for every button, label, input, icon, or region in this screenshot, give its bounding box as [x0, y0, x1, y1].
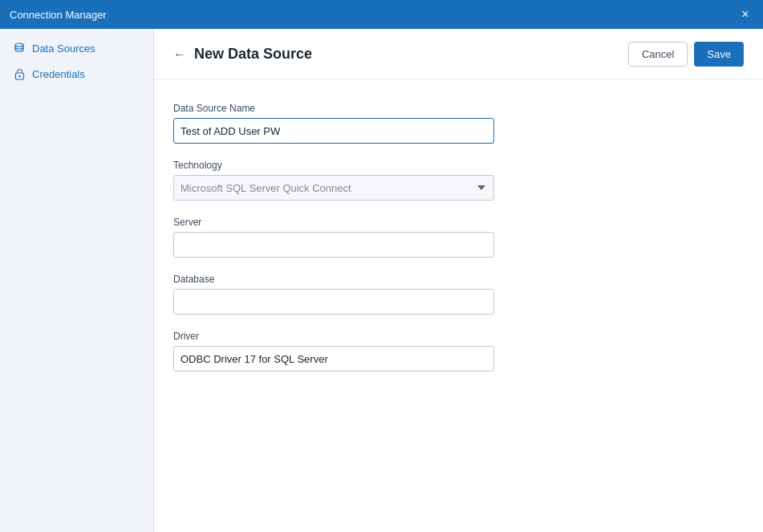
sidebar: Data Sources Credentials: [0, 29, 154, 532]
technology-label: Technology: [173, 160, 648, 171]
form-area: Data Source Name Technology Microsoft SQ…: [154, 80, 668, 394]
technology-group: Technology Microsoft SQL Server Quick Co…: [173, 160, 648, 201]
server-group: Server: [173, 217, 648, 258]
app-body: Data Sources Credentials ← New Data Sour…: [0, 29, 763, 532]
save-button[interactable]: Save: [694, 42, 744, 67]
content-header: ← New Data Source Cancel Save: [154, 29, 763, 80]
database-input[interactable]: [173, 289, 494, 315]
svg-point-0: [15, 43, 23, 47]
driver-group: Driver ODBC Driver 17 for SQL Server: [173, 331, 648, 372]
driver-label: Driver: [173, 331, 648, 342]
app-title: Connection Manager: [10, 9, 107, 21]
sidebar-item-credentials[interactable]: Credentials: [0, 61, 153, 87]
sidebar-item-data-sources[interactable]: Data Sources: [0, 35, 153, 61]
data-source-name-input[interactable]: [173, 118, 494, 144]
sidebar-data-sources-label: Data Sources: [32, 43, 95, 55]
cancel-button[interactable]: Cancel: [628, 42, 688, 67]
technology-select[interactable]: Microsoft SQL Server Quick Connect: [173, 175, 494, 201]
svg-point-2: [18, 75, 20, 76]
page-title: New Data Source: [194, 46, 312, 63]
back-button[interactable]: ←: [173, 47, 186, 62]
database-group: Database: [173, 274, 648, 315]
data-source-name-group: Data Source Name: [173, 103, 648, 144]
database-label: Database: [173, 274, 648, 285]
server-label: Server: [173, 217, 648, 228]
lock-icon: [13, 67, 26, 80]
data-source-name-label: Data Source Name: [173, 103, 648, 114]
header-actions: Cancel Save: [628, 42, 744, 67]
close-button[interactable]: ×: [737, 6, 753, 22]
driver-value: ODBC Driver 17 for SQL Server: [173, 346, 494, 372]
main-content: ← New Data Source Cancel Save Data Sourc…: [154, 29, 763, 532]
server-input[interactable]: [173, 232, 494, 258]
sidebar-credentials-label: Credentials: [32, 68, 85, 80]
database-icon: [13, 42, 26, 55]
header-left: ← New Data Source: [173, 46, 312, 63]
title-bar: Connection Manager ×: [0, 0, 763, 29]
